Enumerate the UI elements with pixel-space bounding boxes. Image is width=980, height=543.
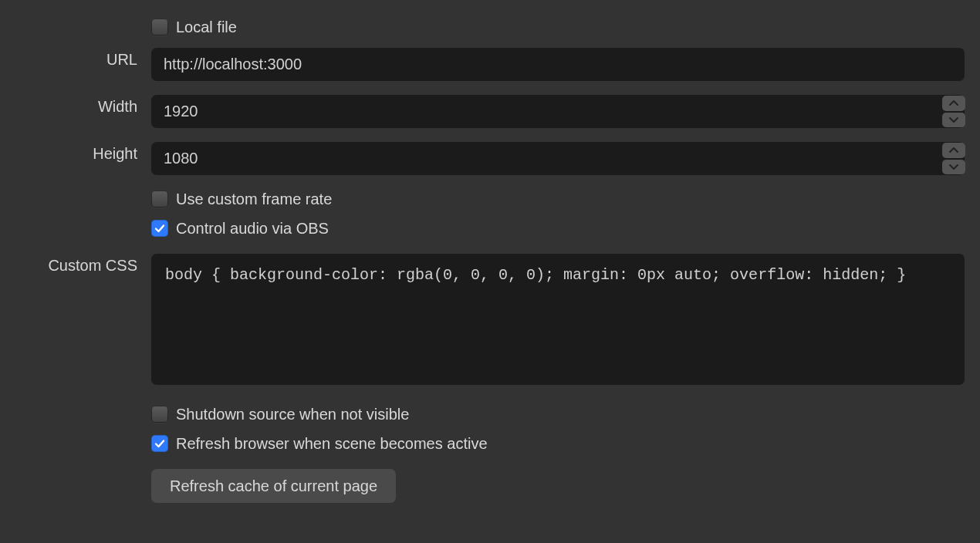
custom-css-textarea[interactable] xyxy=(151,254,965,385)
custom-css-label: Custom CSS xyxy=(15,254,151,275)
empty-label-3 xyxy=(15,404,151,407)
refresh-active-row[interactable]: Refresh browser when scene becomes activ… xyxy=(151,433,965,454)
empty-label xyxy=(15,17,151,20)
width-label: Width xyxy=(15,95,151,116)
custom-frame-rate-label: Use custom frame rate xyxy=(176,191,332,208)
browser-source-properties-form: Local file URL Width xyxy=(0,0,980,503)
local-file-row: Local file xyxy=(15,17,965,37)
height-step-up[interactable] xyxy=(942,143,965,158)
custom-css-row: Custom CSS xyxy=(15,254,965,389)
refresh-active-checkbox[interactable] xyxy=(151,435,168,452)
control-audio-label: Control audio via OBS xyxy=(176,220,329,238)
height-spinner xyxy=(942,142,965,175)
refresh-active-label: Refresh browser when scene becomes activ… xyxy=(176,435,488,453)
width-step-down[interactable] xyxy=(942,113,965,128)
shutdown-source-row[interactable]: Shutdown source when not visible xyxy=(151,404,965,424)
url-row: URL xyxy=(15,48,965,81)
url-input[interactable] xyxy=(151,48,965,81)
custom-frame-rate-checkbox[interactable] xyxy=(151,191,168,207)
local-file-label: Local file xyxy=(176,19,237,36)
height-input[interactable] xyxy=(151,142,965,175)
local-file-checkbox-row[interactable]: Local file xyxy=(151,17,965,37)
empty-label-2 xyxy=(15,189,151,192)
shutdown-source-checkbox[interactable] xyxy=(151,406,168,423)
width-step-up[interactable] xyxy=(942,96,965,111)
width-input[interactable] xyxy=(151,95,965,128)
width-row: Width xyxy=(15,95,965,128)
refresh-cache-button[interactable]: Refresh cache of current page xyxy=(151,469,396,503)
frame-audio-checkbox-group: Use custom frame rate Control audio via … xyxy=(15,189,965,238)
height-label: Height xyxy=(15,142,151,163)
url-label: URL xyxy=(15,48,151,69)
width-spinner xyxy=(942,95,965,128)
control-audio-checkbox[interactable] xyxy=(151,220,168,237)
empty-label-4 xyxy=(15,469,151,472)
custom-frame-rate-row[interactable]: Use custom frame rate xyxy=(151,189,965,209)
shutdown-source-label: Shutdown source when not visible xyxy=(176,406,409,423)
control-audio-row[interactable]: Control audio via OBS xyxy=(151,218,965,238)
local-file-checkbox[interactable] xyxy=(151,19,168,35)
height-step-down[interactable] xyxy=(942,160,965,175)
height-row: Height xyxy=(15,142,965,175)
shutdown-refresh-checkbox-group: Shutdown source when not visible Refresh… xyxy=(15,404,965,454)
refresh-cache-row: Refresh cache of current page xyxy=(15,469,965,503)
